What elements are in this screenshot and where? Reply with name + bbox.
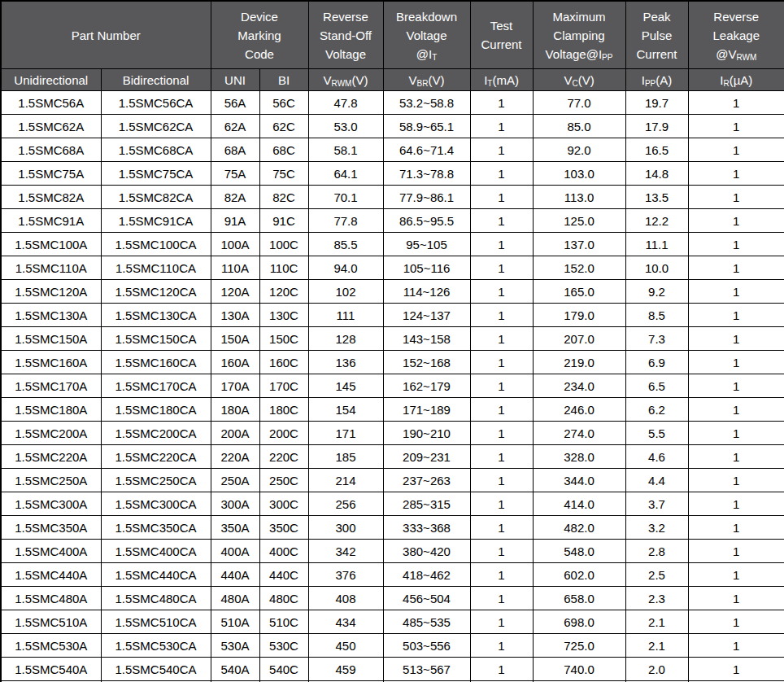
table-cell: 350C (259, 516, 308, 540)
table-cell: 1.5SMC200A (1, 422, 101, 445)
table-cell: 6.2 (625, 398, 688, 422)
table-cell: 2.1 (625, 610, 688, 634)
table-cell: 1.5SMC110CA (101, 256, 211, 280)
table-cell: 1.5SMC530A (1, 634, 101, 658)
table-cell: 1 (470, 209, 533, 233)
header-subscript: RWM (736, 53, 756, 62)
table-cell: 62C (259, 115, 308, 138)
table-cell: 77.9~86.1 (383, 186, 470, 209)
table-header: Part Number Device Marking Code Reverse … (1, 1, 784, 91)
table-cell: 160C (259, 351, 308, 374)
table-cell: 1.5SMC350CA (101, 516, 211, 540)
table-cell: 530A (211, 634, 259, 658)
header-text: Voltage (406, 28, 446, 42)
table-cell: 102 (308, 280, 383, 304)
table-cell: 1 (470, 91, 533, 115)
table-cell: 162~179 (383, 374, 470, 398)
table-cell: 170C (259, 374, 308, 398)
table-cell: 110C (259, 256, 308, 280)
table-cell: 4.4 (625, 469, 688, 492)
table-cell: 143~158 (383, 327, 470, 351)
table-cell: 1 (470, 422, 533, 445)
table-cell: 1 (688, 138, 784, 162)
table-cell: 68C (259, 138, 308, 162)
table-cell: 333~368 (383, 516, 470, 540)
table-cell: 1.5SMC56A (1, 91, 101, 115)
col-bidirectional: Bidirectional (101, 69, 211, 91)
table-cell: 456~504 (383, 587, 470, 610)
table-cell: 1 (688, 492, 784, 516)
table-cell: 209~231 (383, 445, 470, 469)
table-cell: 1 (470, 186, 533, 209)
header-line: Reverse (689, 7, 784, 26)
table-cell: 503~556 (383, 634, 470, 658)
table-cell: 1 (470, 115, 533, 138)
table-row: 1.5SMC480A1.5SMC480CA480A480C408456~5041… (1, 587, 784, 610)
table-cell: 11.1 (625, 233, 688, 256)
header-subscript: C (572, 79, 577, 88)
col-group-reverse-leakage: Reverse Leakage @VRWM (688, 1, 784, 69)
table-row: 1.5SMC68A1.5SMC68CA68A68C58.164.6~71.419… (1, 138, 784, 162)
table-cell: 1.5SMC220CA (101, 445, 211, 469)
header-text: Device (241, 10, 278, 24)
header-text: V (324, 73, 332, 87)
table-row: 1.5SMC170A1.5SMC170CA170A170C145162~1791… (1, 374, 784, 398)
header-text: @V (716, 47, 736, 61)
table-cell: 2.0 (625, 658, 688, 681)
table-cell: 82C (259, 186, 308, 209)
table-cell: 414.0 (533, 492, 625, 516)
col-ipp: IPP(A) (625, 69, 688, 91)
table-cell: 58.1 (308, 138, 383, 162)
table-cell: 1 (688, 374, 784, 398)
table-cell: 1 (688, 186, 784, 209)
table-cell: 1.5SMC91A (1, 209, 101, 233)
table-cell: 171 (308, 422, 383, 445)
table-cell: 120C (259, 280, 308, 304)
table-cell: 1 (688, 469, 784, 492)
header-text: BI (278, 73, 290, 87)
table-cell: 128 (308, 327, 383, 351)
table-cell: 5.5 (625, 422, 688, 445)
table-cell: 274.0 (533, 422, 625, 445)
table-cell: 220C (259, 445, 308, 469)
table-cell: 19.7 (625, 91, 688, 115)
table-cell: 1 (470, 563, 533, 587)
table-cell: 1 (470, 327, 533, 351)
header-line: Clamping (534, 26, 625, 45)
table-cell: 4.6 (625, 445, 688, 469)
header-text: @I (416, 47, 432, 61)
table-cell: 200C (259, 422, 308, 445)
table-cell: 1.5SMC510CA (101, 610, 211, 634)
table-cell: 1.5SMC200CA (101, 422, 211, 445)
table-cell: 450 (308, 634, 383, 658)
header-line: Voltage (309, 45, 383, 63)
table-cell: 1.5SMC440A (1, 563, 101, 587)
table-cell: 110A (211, 256, 259, 280)
table-row: 1.5SMC530A1.5SMC530CA530A530C450503~5561… (1, 634, 784, 658)
header-text: V (409, 73, 417, 87)
table-cell: 77.0 (533, 91, 625, 115)
table-cell: 344.0 (533, 469, 625, 492)
table-cell: 58.9~65.1 (383, 115, 470, 138)
table-cell: 1.5SMC110A (1, 256, 101, 280)
header-text: (µA) (730, 73, 753, 87)
table-cell: 1 (688, 209, 784, 233)
table-cell: 440C (259, 563, 308, 587)
table-cell: 56C (259, 91, 308, 115)
table-cell: 256 (308, 492, 383, 516)
header-line: Pulse (626, 26, 688, 45)
table-cell: 1 (470, 280, 533, 304)
table-cell: 530C (259, 634, 308, 658)
table-cell: 1.5SMC400CA (101, 540, 211, 563)
table-row: 1.5SMC160A1.5SMC160CA160A160C136152~1681… (1, 351, 784, 374)
table-cell: 171~189 (383, 398, 470, 422)
table-cell: 160A (211, 351, 259, 374)
header-text: Reverse (713, 10, 759, 24)
table-cell: 540C (259, 658, 308, 681)
table-cell: 1 (688, 256, 784, 280)
table-cell: 75C (259, 162, 308, 186)
col-vbr: VBR(V) (383, 69, 470, 91)
table-cell: 1 (688, 445, 784, 469)
table-cell: 380~420 (383, 540, 470, 563)
table-row: 1.5SMC400A1.5SMC400CA400A400C342380~4201… (1, 540, 784, 563)
